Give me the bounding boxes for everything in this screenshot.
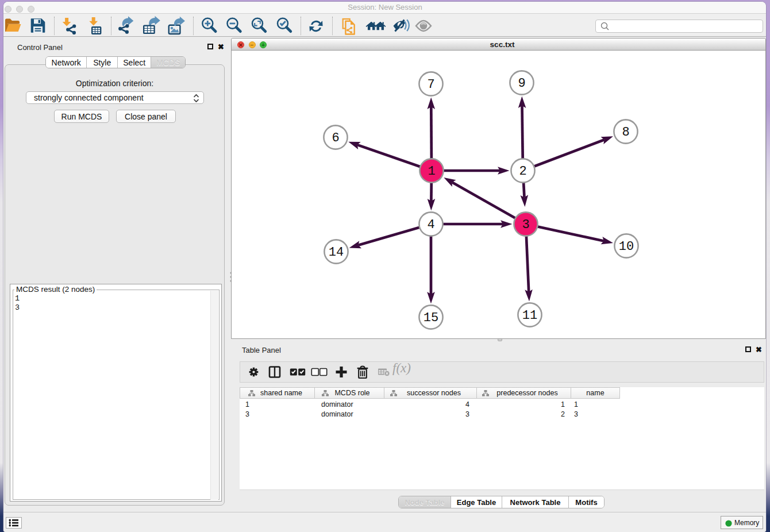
svg-text:11: 11 xyxy=(522,309,537,323)
svg-text:8: 8 xyxy=(622,125,629,140)
svg-text:f(x): f(x) xyxy=(392,362,411,375)
svg-text:9: 9 xyxy=(518,76,525,91)
svg-text:7: 7 xyxy=(427,78,434,92)
svg-text:4: 4 xyxy=(427,218,434,232)
svg-text:10: 10 xyxy=(619,240,634,254)
svg-text:1: 1 xyxy=(428,164,435,179)
svg-text:15: 15 xyxy=(424,311,438,325)
svg-text:14: 14 xyxy=(329,245,344,260)
svg-text:3: 3 xyxy=(522,218,529,232)
svg-text:6: 6 xyxy=(332,131,339,145)
svg-text:2: 2 xyxy=(519,164,526,179)
